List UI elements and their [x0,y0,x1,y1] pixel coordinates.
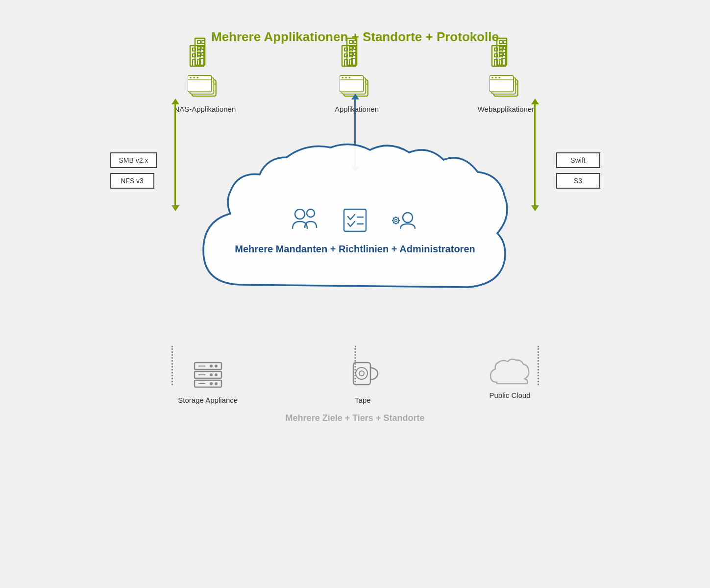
svg-point-112 [210,373,213,376]
arrow-head-up-left [171,98,179,104]
bottom-item-public-cloud: Public Cloud [488,355,532,399]
middle-section: SMB v2.x NFS v3 Swift S3 [96,113,615,348]
arrow-line-left [174,104,176,205]
svg-point-88 [495,77,497,79]
window-icon-nas [188,73,222,100]
svg-rect-9 [202,41,205,44]
storage-label: Storage Appliance [178,396,238,404]
svg-point-90 [295,209,305,219]
svg-point-89 [499,77,501,79]
svg-rect-68 [499,41,502,44]
top-item-nas: NAS-Applikationen [174,36,236,113]
building-icon-web [490,36,524,70]
bottom-item-tape: Tape [344,355,381,404]
arrow-head-up-right [531,98,539,104]
dotted-center [354,346,356,385]
proto-swift: Swift [556,152,600,168]
dotted-line-left [171,346,173,385]
svg-point-116 [210,382,213,385]
cloud-content: Mehrere Mandanten + Richtlinien + Admini… [184,138,527,324]
svg-point-59 [348,77,350,79]
svg-point-87 [492,77,494,79]
dotted-line-center [354,346,356,385]
svg-point-58 [345,77,347,79]
public-cloud-label: Public Cloud [489,391,530,399]
proto-left: SMB v2.x NFS v3 [110,152,157,189]
svg-rect-38 [349,41,352,44]
public-cloud-icon [488,355,532,387]
proto-right: Swift S3 [556,152,600,189]
nas-label: NAS-Applikationen [174,105,236,113]
svg-point-57 [342,77,343,79]
svg-point-95 [403,213,413,222]
proto-s3: S3 [556,173,600,189]
checklist-icon [342,207,368,234]
arrow-left [171,98,179,211]
svg-point-27 [190,77,192,79]
svg-point-120 [359,371,364,376]
building-icon-nas [188,36,222,70]
dotted-left [171,346,173,385]
svg-rect-8 [197,41,200,44]
people-icon [290,207,322,234]
diagram-container: Mehrere Applikationen + Standorte + Prot… [86,24,625,564]
tape-label: Tape [355,396,371,404]
svg-point-28 [194,77,196,79]
cloud-wrapper: Mehrere Mandanten + Richtlinien + Admini… [184,138,527,324]
proto-nfs: NFS v3 [110,173,154,189]
svg-rect-39 [354,41,357,44]
web-label: Webapplikationen [478,105,536,113]
svg-point-29 [197,77,199,79]
dotted-right [538,346,539,385]
arrow-head-down-right [531,205,539,211]
svg-point-115 [215,382,218,385]
bottom-item-storage: Storage Appliance [178,355,238,404]
svg-point-91 [307,209,315,217]
svg-point-107 [215,365,218,368]
arrow-right [531,98,539,211]
window-icon-web [490,73,524,100]
arrow-line-right [534,104,536,205]
title-bottom: Mehrere Ziele + Tiers + Standorte [86,413,625,423]
arrow-head-up-center [351,94,359,99]
svg-rect-92 [344,209,366,231]
svg-point-108 [210,365,213,368]
svg-point-111 [215,373,218,376]
svg-rect-69 [504,41,507,44]
cloud-icons-row [290,207,420,234]
cloud-text: Mehrere Mandanten + Richtlinien + Admini… [235,243,475,255]
svg-point-97 [395,219,397,221]
arrow-head-down-left [171,205,179,211]
dotted-line-right [538,346,539,385]
svg-point-119 [356,368,367,379]
top-item-web: Webapplikationen [478,36,536,113]
proto-smb: SMB v2.x [110,152,157,168]
tape-icon [344,355,381,392]
building-icon-app [340,36,374,70]
admin-icon [388,207,420,234]
storage-icon [190,355,226,392]
